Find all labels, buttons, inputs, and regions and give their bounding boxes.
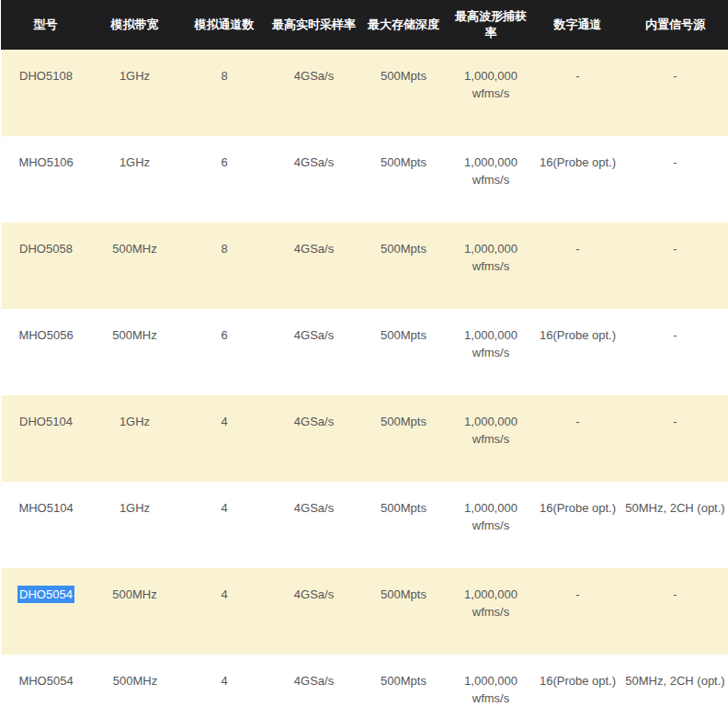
spec-cell: - xyxy=(534,568,621,655)
spec-cell: 16(Probe opt.) xyxy=(534,482,621,568)
column-header: 最高实时采样率 xyxy=(268,0,359,50)
spec-cell: 4GSa/s xyxy=(268,568,359,655)
spec-cell: 1,000,000 wfms/s xyxy=(448,655,534,718)
spec-cell: - xyxy=(621,309,728,395)
spec-cell: 1,000,000 wfms/s xyxy=(448,568,534,655)
column-header: 内置信号源 xyxy=(621,0,728,50)
column-header: 最大存储深度 xyxy=(359,0,448,50)
model-cell: DHO5058 xyxy=(1,222,90,309)
spec-cell: 500Mpts xyxy=(359,309,448,395)
spec-cell: 4GSa/s xyxy=(268,50,359,136)
column-header: 型号 xyxy=(1,0,90,50)
spec-cell: 1GHz xyxy=(90,395,180,482)
spec-cell: 500MHz xyxy=(90,568,180,655)
selected-model-text: DHO5054 xyxy=(17,586,74,603)
column-header: 模拟通道数 xyxy=(180,0,268,50)
spec-cell: 500Mpts xyxy=(359,136,448,222)
spec-cell: 4 xyxy=(180,568,268,655)
table-row: DHO5058500MHz84GSa/s500Mpts1,000,000 wfm… xyxy=(1,222,728,309)
spec-cell: 500Mpts xyxy=(359,568,448,655)
spec-cell: 1,000,000 wfms/s xyxy=(448,136,534,222)
spec-cell: 1GHz xyxy=(90,136,180,222)
spec-cell: 500Mpts xyxy=(359,395,448,482)
column-header: 模拟带宽 xyxy=(90,0,180,50)
spec-cell: 1,000,000 wfms/s xyxy=(448,50,534,136)
table-row: DHO5054500MHz44GSa/s500Mpts1,000,000 wfm… xyxy=(1,568,728,655)
table-row: MHO51061GHz64GSa/s500Mpts1,000,000 wfms/… xyxy=(1,136,728,222)
model-cell: DHO5054 xyxy=(1,568,90,655)
table-row: MHO5054500MHz44GSa/s500Mpts1,000,000 wfm… xyxy=(1,655,728,718)
spec-cell: 1,000,000 wfms/s xyxy=(448,482,534,568)
spec-cell: - xyxy=(621,395,728,482)
spec-cell: - xyxy=(534,222,621,309)
spec-cell: 1GHz xyxy=(90,50,180,136)
spec-cell: 6 xyxy=(180,309,268,395)
spec-cell: 1,000,000 wfms/s xyxy=(448,309,534,395)
spec-cell: 4 xyxy=(180,655,268,718)
model-cell: MHO5056 xyxy=(1,309,90,395)
spec-cell: 16(Probe opt.) xyxy=(534,309,621,395)
model-cell: MHO5054 xyxy=(1,655,90,718)
spec-cell: 1,000,000 wfms/s xyxy=(448,395,534,482)
spec-cell: 4GSa/s xyxy=(268,309,359,395)
spec-cell: 500MHz xyxy=(90,222,180,309)
spec-cell: 4 xyxy=(180,395,268,482)
spec-cell: 500Mpts xyxy=(359,50,448,136)
table-header: 型号模拟带宽模拟通道数最高实时采样率最大存储深度最高波形捕获率数字通道内置信号源 xyxy=(1,0,728,50)
spec-cell: 4GSa/s xyxy=(268,222,359,309)
model-cell: MHO5106 xyxy=(1,136,90,222)
spec-cell: 50MHz, 2CH (opt.) xyxy=(621,482,728,568)
spec-cell: - xyxy=(621,50,728,136)
spec-cell: 8 xyxy=(180,222,268,309)
header-row: 型号模拟带宽模拟通道数最高实时采样率最大存储深度最高波形捕获率数字通道内置信号源 xyxy=(1,0,728,50)
spec-cell: 500Mpts xyxy=(359,655,448,718)
spec-cell: 50MHz, 2CH (opt.) xyxy=(621,655,728,718)
model-cell: DHO5104 xyxy=(1,395,90,482)
table-row: MHO51041GHz44GSa/s500Mpts1,000,000 wfms/… xyxy=(1,482,728,568)
spec-cell: 4 xyxy=(180,482,268,568)
spec-cell: 500MHz xyxy=(90,309,180,395)
column-header: 最高波形捕获率 xyxy=(448,0,534,50)
table-body: DHO51081GHz84GSa/s500Mpts1,000,000 wfms/… xyxy=(1,50,728,718)
spec-cell: - xyxy=(621,222,728,309)
model-cell: DHO5108 xyxy=(1,50,90,136)
table-row: MHO5056500MHz64GSa/s500Mpts1,000,000 wfm… xyxy=(1,309,728,395)
spec-cell: 4GSa/s xyxy=(268,655,359,718)
spec-cell: 500Mpts xyxy=(359,482,448,568)
column-header: 数字通道 xyxy=(534,0,621,50)
spec-cell: 4GSa/s xyxy=(268,482,359,568)
spec-cell: 8 xyxy=(180,50,268,136)
spec-cell: 4GSa/s xyxy=(268,395,359,482)
spec-cell: 1,000,000 wfms/s xyxy=(448,222,534,309)
spec-cell: 1GHz xyxy=(90,482,180,568)
spec-cell: 16(Probe opt.) xyxy=(534,655,621,718)
model-cell: MHO5104 xyxy=(1,482,90,568)
spec-cell: - xyxy=(534,50,621,136)
spec-cell: - xyxy=(534,395,621,482)
spec-cell: 16(Probe opt.) xyxy=(534,136,621,222)
spec-cell: 500Mpts xyxy=(359,222,448,309)
spec-cell: 4GSa/s xyxy=(268,136,359,222)
spec-cell: 6 xyxy=(180,136,268,222)
oscilloscope-spec-table: 型号模拟带宽模拟通道数最高实时采样率最大存储深度最高波形捕获率数字通道内置信号源… xyxy=(0,0,728,718)
spec-cell: - xyxy=(621,568,728,655)
table-row: DHO51081GHz84GSa/s500Mpts1,000,000 wfms/… xyxy=(1,50,728,136)
spec-cell: - xyxy=(621,136,728,222)
spec-cell: 500MHz xyxy=(90,655,180,718)
table-row: DHO51041GHz44GSa/s500Mpts1,000,000 wfms/… xyxy=(1,395,728,482)
